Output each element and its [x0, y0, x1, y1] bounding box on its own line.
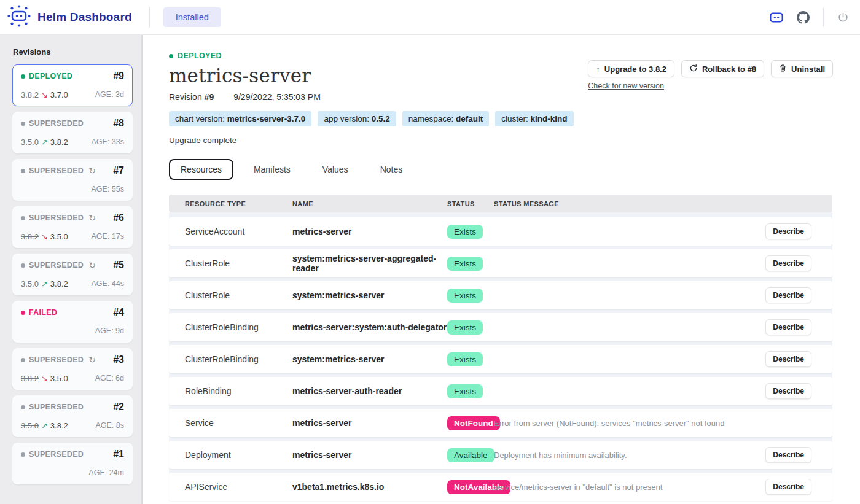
col-status: STATUS [447, 200, 494, 207]
revision-status: SUPERSEDED ↻ [21, 166, 96, 176]
revision-status: SUPERSEDED [21, 403, 84, 411]
release-status-note: Upgrade complete [169, 136, 833, 145]
tab-notes[interactable]: Notes [369, 159, 415, 180]
revision-card[interactable]: SUPERSEDED #2 3.5.0 ↗ 3.8.2 AGE: 8s [12, 395, 133, 437]
release-chip: cluster: kind-kind [495, 111, 573, 126]
resource-name: metrics-server-auth-reader [292, 386, 447, 396]
status-badge: Available [447, 448, 495, 462]
revision-card[interactable]: SUPERSEDED ↻ #5 3.5.0 ↗ 3.8.2 AGE: 44s [12, 254, 133, 295]
uninstall-button[interactable]: Uninstall [771, 60, 833, 77]
tab-resources[interactable]: Resources [169, 159, 233, 180]
revision-status: FAILED [21, 308, 57, 317]
tab-values[interactable]: Values [311, 159, 360, 180]
revision-card[interactable]: SUPERSEDED #8 3.5.0 ↗ 3.8.2 AGE: 33s [12, 112, 133, 153]
power-icon[interactable] [837, 12, 849, 23]
revision-number: #2 [113, 401, 124, 413]
describe-button[interactable]: Describe [765, 479, 811, 495]
upgrade-button[interactable]: ↑ Upgrade to 3.8.2 [588, 60, 674, 77]
resource-name: metrics-server [292, 418, 447, 428]
revision-card[interactable]: SUPERSEDED ↻ #7 AGE: 55s [12, 159, 133, 201]
revision-number: #8 [113, 118, 124, 129]
revision-status-label: SUPERSEDED [29, 119, 84, 128]
describe-button[interactable]: Describe [765, 351, 811, 367]
resource-row: ClusterRoleBinding metrics-server:system… [169, 313, 832, 341]
revision-age: AGE: 33s [92, 138, 125, 146]
app-title: Helm Dashboard [37, 10, 132, 24]
version-trend-icon: ↗ [41, 279, 48, 289]
status-badge: Exists [447, 225, 483, 239]
old-version: 3.5.0 [21, 421, 39, 430]
status-badge: NotFound [447, 416, 500, 430]
resource-type: ServiceAccount [185, 227, 292, 236]
revision-status: SUPERSEDED ↻ [21, 213, 96, 223]
new-version: 3.5.0 [50, 232, 68, 241]
release-chip: namespace: default [402, 111, 490, 126]
revision-card[interactable]: DEPLOYED #9 3.8.2 ↘ 3.7.0 AGE: 3d [12, 64, 133, 106]
github-icon[interactable] [797, 11, 810, 24]
version-trend-icon: ↗ [41, 421, 48, 430]
describe-button[interactable]: Describe [765, 447, 811, 463]
revisions-heading: Revisions [13, 47, 133, 56]
app-logo[interactable]: Helm Dashboard [6, 4, 132, 31]
revision-card[interactable]: FAILED #4 AGE: 9d [12, 301, 133, 343]
revision-card[interactable]: SUPERSEDED ↻ #3 3.8.2 ↘ 3.5.0 AGE: 6d [12, 348, 133, 390]
revision-age: AGE: 8s [95, 421, 124, 430]
version-change: 3.8.2 ↘ 3.7.0 [21, 90, 68, 99]
app-header: Helm Dashboard Installed [0, 0, 860, 35]
revision-label: Revision [169, 92, 202, 102]
revision-status: SUPERSEDED [21, 450, 84, 459]
chip-label: namespace: [408, 114, 456, 123]
status-dot-icon [21, 216, 25, 220]
revision-status-label: SUPERSEDED [29, 261, 84, 269]
describe-button[interactable]: Describe [765, 383, 811, 399]
status-message: service/metrics-server in "default" is n… [494, 483, 776, 492]
describe-button[interactable]: Describe [765, 255, 811, 271]
col-resource-type: RESOURCE TYPE [185, 200, 292, 207]
status-badge: Exists [447, 320, 483, 335]
revision-status: DEPLOYED [21, 72, 72, 80]
resource-type: ClusterRole [185, 290, 292, 300]
resource-name: metrics-server:system:auth-delegator [292, 322, 447, 332]
release-actions: ↑ Upgrade to 3.8.2 Rollback to #8 [588, 60, 833, 90]
revision-status-label: SUPERSEDED [29, 403, 84, 411]
old-version: 3.5.0 [21, 279, 39, 289]
retry-icon: ↻ [88, 260, 96, 270]
resources-table: RESOURCE TYPE NAME STATUS STATUS MESSAGE… [169, 195, 832, 501]
resource-name: metrics-server [292, 450, 447, 460]
status-message: Deployment has minimum availability. [494, 451, 776, 460]
status-dot-icon [169, 54, 173, 58]
header-divider [149, 7, 150, 28]
resource-type: Deployment [185, 450, 292, 460]
old-version: 3.8.2 [21, 90, 39, 99]
revision-status-label: SUPERSEDED [29, 355, 84, 364]
resource-name: metrics-server [292, 227, 447, 236]
version-change: 3.5.0 ↗ 3.8.2 [21, 279, 68, 289]
release-detail-panel: DEPLOYED metrics-server Revision #9 9/29… [143, 35, 860, 504]
check-new-version-link[interactable]: Check for new version [588, 82, 664, 90]
describe-button[interactable]: Describe [765, 287, 811, 303]
describe-button[interactable]: Describe [765, 319, 811, 335]
revisions-sidebar: Revisions DEPLOYED #9 3.8.2 ↘ 3.7.0 AGE:… [0, 35, 143, 504]
describe-button[interactable]: Describe [765, 223, 811, 239]
revision-meta: Revision #9 [169, 92, 214, 102]
revision-number: #3 [113, 354, 124, 365]
status-dot-icon [21, 74, 25, 79]
resource-type: Service [185, 418, 292, 428]
minimized-dashboard-icon[interactable] [770, 12, 783, 23]
revision-status-label: SUPERSEDED [29, 166, 84, 175]
rollback-button[interactable]: Rollback to #8 [681, 60, 764, 77]
nav-installed-tab[interactable]: Installed [163, 7, 221, 27]
revision-number: #7 [113, 165, 124, 176]
release-chip: app version: 0.5.2 [318, 111, 396, 126]
status-dot-icon [21, 452, 25, 457]
chip-value: 0.5.2 [372, 114, 390, 123]
revision-card[interactable]: SUPERSEDED ↻ #6 3.8.2 ↘ 3.5.0 AGE: 17s [12, 206, 133, 248]
release-chip: chart version: metrics-server-3.7.0 [169, 111, 311, 126]
resource-name: system:metrics-server-aggregated-reader [292, 254, 447, 273]
resource-row: Deployment metrics-server Available Depl… [169, 441, 832, 469]
uninstall-button-label: Uninstall [791, 64, 825, 74]
revision-card[interactable]: SUPERSEDED #1 AGE: 24m [12, 443, 133, 484]
resource-name: v1beta1.metrics.k8s.io [292, 482, 447, 492]
chip-value: kind-kind [531, 114, 568, 123]
tab-manifests[interactable]: Manifests [242, 159, 302, 180]
